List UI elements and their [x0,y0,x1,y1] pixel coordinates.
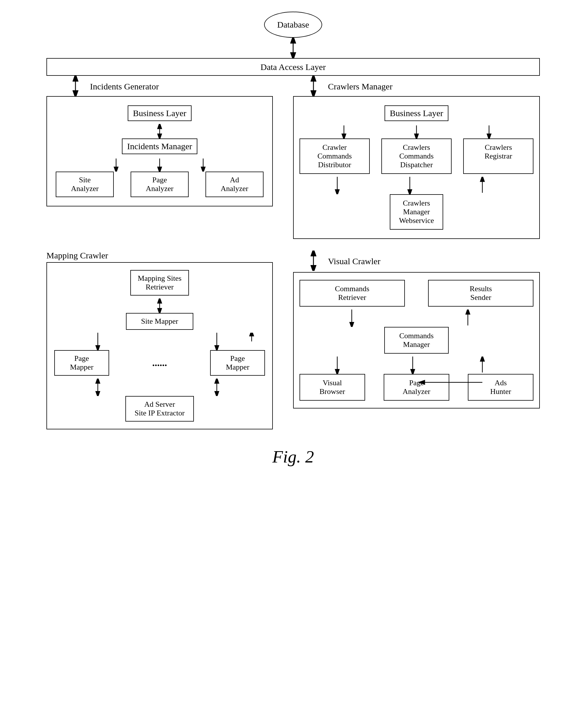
incidents-generator-section: Incidents Generator Business Layer [46,76,273,207]
diagram-container: Database Data Access Layer [23,12,563,467]
ig-business-layer: Business Layer [128,105,192,121]
vc-title: Visual Crawler [328,256,380,266]
fig-label-text: Fig. 2 [272,447,314,466]
dal-bar: Data Access Layer [46,58,540,76]
crawlers-manager-section: Crawlers Manager Business Layer [293,76,540,239]
ig-title: Incidents Generator [90,82,159,91]
components-to-webservice-arrows [300,177,520,194]
site-mapper: Site Mapper [126,313,193,330]
cm-outer-box: Business Layer [293,96,540,239]
dal-to-ig-arrow [64,76,87,96]
results-sender: ResultsSender [428,280,533,307]
ws-to-vc-arrow [302,251,325,271]
incidents-manager: Incidents Manager [122,138,197,154]
bl-to-components-arrows [306,124,527,138]
sm-to-pm-arrows [54,333,263,350]
page-mapper-2: PageMapper [210,350,265,376]
im-to-analyzers-arrows [87,157,232,172]
ad-analyzer: AdAnalyzer [205,172,263,197]
crawlers-registrar: CrawlersRegistrar [463,138,533,174]
fig-label: Fig. 2 [23,447,563,467]
ig-outer-box: Business Layer [46,96,273,207]
commands-manager: CommandsManager [384,327,449,353]
database-label: Database [277,20,309,29]
cm-business-layer: Business Layer [385,105,449,121]
visual-crawler-section: Visual Crawler CommandsRetriever Results… [293,251,540,408]
cm-bl-label: Business Layer [390,108,443,118]
page-mapper-1: PageMapper [54,350,109,376]
db-to-dal-arrow [284,38,302,58]
bl-to-im-arrow [151,124,168,138]
mapping-crawler-section: Mapping Crawler Mapping SitesRetriever [46,251,273,429]
ig-bl-label: Business Layer [133,108,186,118]
dal-to-cm-arrow [302,76,325,96]
mc-outer-box: Mapping SitesRetriever [46,262,273,429]
ellipsis: ...... [152,358,167,368]
crawlers-commands-dispatcher: CrawlersCommandsDispatcher [382,138,452,174]
msr-to-sm-arrow [151,299,168,313]
commands-retriever: CommandsRetriever [300,280,405,307]
ad-server-site-ip-extractor: Ad ServerSite IP Extractor [125,396,194,422]
vc-top-row: CommandsRetriever ResultsSender [300,280,533,307]
page-analyzer: PageAnalyzer [131,172,189,197]
pm-to-adserver-arrows [54,379,263,396]
cm-to-bottom-arrows [300,357,520,374]
cr-to-cm-arrows [300,309,520,327]
crawlers-manager-webservice: CrawlersManagerWebservice [390,194,443,230]
vc-outer-box: CommandsRetriever ResultsSender [293,272,540,408]
mc-title: Mapping Crawler [46,251,273,260]
site-analyzer: SiteAnalyzer [56,172,114,197]
dal-label: Data Access Layer [261,62,326,72]
cm-components-row: CrawlerCommandsDistributor CrawlersComma… [300,138,533,174]
mapping-sites-retriever: Mapping SitesRetriever [130,270,189,296]
database-node: Database [264,12,322,38]
cm-title: Crawlers Manager [328,82,392,91]
page-mappers-row: PageMapper ...... PageMapper [54,350,265,376]
ah-to-pa-arrow [300,378,520,387]
crawler-commands-distributor: CrawlerCommandsDistributor [300,138,370,174]
im-label: Incidents Manager [127,142,192,151]
analyzers-row: SiteAnalyzer PageAnalyzer AdAnalyzer [56,172,263,197]
